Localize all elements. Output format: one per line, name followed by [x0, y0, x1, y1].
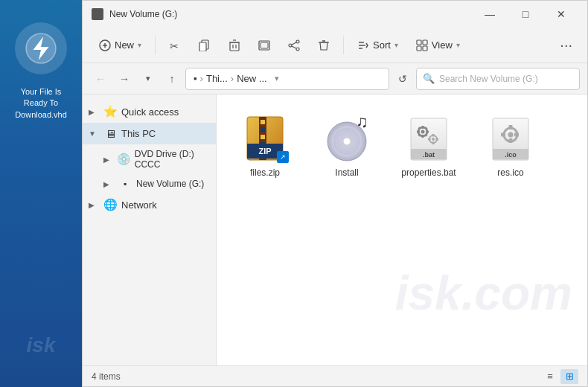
item-count: 4 items [92, 371, 121, 382]
sort-button[interactable]: Sort ▾ [350, 35, 406, 56]
sidebar-item-quick-access[interactable]: ▶ ⭐ Quick access [83, 100, 216, 123]
svg-rect-46 [422, 135, 424, 138]
svg-rect-27 [417, 46, 421, 51]
watermark-overlay: isk.com [395, 266, 572, 321]
svg-rect-7 [199, 42, 206, 51]
svg-rect-25 [417, 40, 421, 45]
path-segment-1: Thi... [206, 73, 228, 84]
trash-button[interactable] [310, 35, 337, 56]
list-view-button[interactable]: ≡ [541, 369, 559, 384]
svg-rect-33 [261, 135, 265, 139]
svg-rect-47 [417, 131, 420, 133]
new-icon [99, 39, 111, 51]
forward-button[interactable]: → [114, 68, 135, 89]
svg-rect-14 [261, 42, 268, 48]
svg-rect-58 [436, 138, 439, 141]
sidebar-item-new-volume[interactable]: ▶ ▪ New Volume (G:) [83, 174, 216, 194]
delete-button[interactable] [221, 35, 248, 56]
svg-rect-55 [432, 134, 435, 137]
quick-access-icon: ⭐ [103, 105, 117, 118]
new-volume-icon: ▪ [118, 179, 132, 189]
sidebar-item-dvd-drive[interactable]: ▶ 💿 DVD Drive (D:) CCCC [83, 144, 216, 174]
cd-file-icon: ♫ [323, 115, 371, 163]
svg-text:.bat: .bat [423, 151, 435, 159]
recent-locations-button[interactable]: ▾ [138, 68, 159, 89]
svg-point-54 [432, 138, 435, 141]
new-button[interactable]: New ▾ [92, 35, 149, 56]
svg-rect-65 [509, 138, 513, 143]
minimize-button[interactable]: — [473, 2, 507, 26]
view-button[interactable]: View ▾ [409, 35, 467, 56]
file-item-bat[interactable]: .bat properties.bat [395, 109, 462, 182]
rename-button[interactable] [251, 35, 278, 56]
sidebar-item-network[interactable]: ▶ 🌐 Network [83, 194, 216, 216]
svg-point-63 [508, 132, 514, 138]
explorer-window: New Volume (G:) — □ ✕ New ▾ ✂ [82, 0, 588, 387]
zip-badge: ↗ [277, 151, 289, 163]
share-icon [288, 39, 300, 51]
sort-label: Sort [373, 39, 391, 51]
svg-rect-66 [501, 133, 505, 137]
bat-file-icon: .bat [405, 115, 453, 163]
window-icon [92, 8, 103, 20]
rename-icon [258, 39, 270, 51]
svg-point-15 [296, 40, 299, 43]
sidebar: ▶ ⭐ Quick access ▼ 🖥 This PC ▶ 💿 DVD Dri… [83, 95, 217, 365]
dvd-drive-label: DVD Drive (D:) CCCC [135, 149, 208, 170]
svg-point-17 [296, 48, 299, 51]
svg-text:✂: ✂ [170, 40, 179, 51]
search-box[interactable]: 🔍 Search New Volume (G:) [416, 68, 580, 90]
close-button[interactable]: ✕ [544, 2, 578, 26]
svg-rect-31 [261, 120, 265, 124]
address-path[interactable]: ▪ › Thi... › New ... ▾ [185, 68, 389, 90]
network-chevron: ▶ [89, 201, 99, 209]
address-bar: ← → ▾ ↑ ▪ › Thi... › New ... ▾ ↺ 🔍 Searc… [83, 63, 587, 95]
file-item-ico[interactable]: .ico res.ico [477, 109, 544, 182]
window-controls: — □ ✕ [473, 2, 578, 26]
window-title: New Volume (G:) [109, 9, 473, 19]
content-area: ▶ ⭐ Quick access ▼ 🖥 This PC ▶ 💿 DVD Dri… [83, 95, 587, 365]
svg-point-44 [421, 130, 425, 134]
zip-filename: files.zip [250, 167, 280, 178]
more-options-button[interactable]: ··· [554, 36, 578, 54]
new-volume-label: New Volume (G:) [136, 179, 204, 189]
svg-rect-8 [230, 42, 239, 51]
separator-1 [155, 36, 156, 54]
quick-access-chevron: ▶ [89, 108, 99, 116]
svg-rect-56 [432, 142, 435, 145]
this-pc-chevron: ▼ [89, 129, 99, 138]
svg-rect-32 [261, 127, 265, 132]
this-pc-label: This PC [121, 128, 156, 139]
cut-icon: ✂ [169, 39, 181, 51]
grid-view-button[interactable]: ⊞ [560, 369, 578, 384]
dvd-drive-icon: 💿 [117, 153, 130, 166]
up-button[interactable]: ↑ [162, 68, 182, 89]
copy-button[interactable] [191, 35, 218, 56]
file-item-install[interactable]: ♫ Install [313, 109, 380, 182]
install-filename: Install [335, 167, 358, 178]
left-panel: Your File Is Ready To Download.vhd isk [0, 0, 82, 387]
back-button[interactable]: ← [90, 68, 111, 89]
sidebar-item-this-pc[interactable]: ▼ 🖥 This PC [83, 123, 216, 144]
copy-icon [199, 39, 211, 51]
cd-icon-wrapper: ♫ [323, 115, 371, 163]
file-item-zip[interactable]: ZIP ↗ files.zip [231, 109, 298, 182]
path-dropdown-button[interactable]: ▾ [275, 74, 279, 83]
search-placeholder: Search New Volume (G:) [439, 74, 538, 84]
toolbar: New ▾ ✂ [83, 28, 587, 63]
view-dropdown-arrow: ▾ [456, 41, 460, 49]
refresh-button[interactable]: ↺ [392, 68, 413, 89]
network-label: Network [121, 199, 157, 211]
ico-icon-wrapper: .ico [487, 115, 534, 163]
download-label: Your File Is Ready To Download.vhd [9, 86, 73, 121]
svg-text:.ico: .ico [505, 151, 517, 159]
view-label: View [432, 39, 453, 51]
maximize-button[interactable]: □ [508, 2, 543, 26]
share-button[interactable] [281, 35, 307, 56]
new-dropdown-arrow: ▾ [138, 41, 141, 49]
cut-button[interactable]: ✂ [162, 35, 188, 56]
status-bar: 4 items ≡ ⊞ [83, 365, 587, 386]
bat-icon-wrapper: .bat [405, 115, 453, 163]
svg-text:♫: ♫ [356, 115, 368, 131]
sort-dropdown-arrow: ▾ [394, 41, 398, 49]
